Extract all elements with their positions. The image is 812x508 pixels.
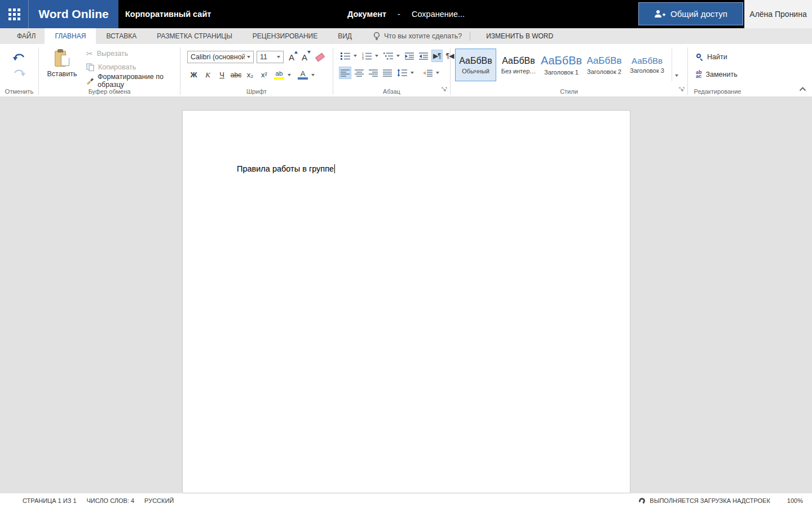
chevron-down-icon[interactable]	[288, 74, 291, 76]
bullets-button[interactable]	[339, 50, 359, 62]
font-size-combo[interactable]: 11	[257, 51, 284, 63]
line-spacing-icon	[397, 69, 407, 77]
bold-button[interactable]: Ж	[187, 69, 200, 81]
paste-button[interactable]: Вставить	[46, 49, 78, 84]
clear-formatting-button[interactable]	[315, 52, 325, 62]
justify-icon	[383, 69, 392, 77]
share-person-icon	[654, 10, 665, 19]
ribbon: Отменить Вставить ✂ Вырезать Копировать	[0, 44, 812, 97]
decrease-indent-button[interactable]	[403, 50, 416, 62]
font-name-combo[interactable]: Calibri (основной т	[187, 51, 254, 63]
font-group-label: Шрифт	[180, 88, 333, 95]
chevron-down-icon	[411, 72, 414, 74]
tab-file[interactable]: ФАЙЛ	[8, 28, 45, 44]
styles-group-label: Стили	[451, 88, 687, 95]
chevron-down-icon	[675, 75, 678, 77]
style-normal[interactable]: АаБбВв Обычный	[455, 49, 496, 81]
find-button[interactable]: Найти	[696, 51, 747, 63]
lightbulb-icon	[373, 32, 380, 41]
copy-icon	[86, 63, 94, 71]
italic-button[interactable]: К	[201, 69, 214, 81]
multilevel-list-icon	[383, 52, 393, 60]
align-center-icon	[355, 69, 364, 77]
format-painter-icon	[86, 77, 94, 85]
svg-text:3: 3	[362, 57, 364, 60]
page-count[interactable]: СТРАНИЦА 1 ИЗ 1	[23, 497, 77, 504]
align-left-button[interactable]	[339, 67, 351, 79]
line-spacing-button[interactable]	[395, 67, 416, 79]
chevron-down-icon[interactable]	[311, 74, 315, 76]
ltr-direction-button[interactable]: ▶¶	[431, 50, 443, 62]
title-separator: -	[398, 10, 400, 19]
tab-home[interactable]: ГЛАВНАЯ	[45, 28, 96, 44]
increase-indent-button[interactable]	[417, 50, 430, 62]
document-page[interactable]: Правила работы в группе	[182, 110, 630, 493]
align-center-button[interactable]	[353, 67, 365, 79]
paragraph-dialog-launcher[interactable]	[442, 85, 447, 95]
align-right-icon	[369, 69, 378, 77]
highlight-color-button[interactable]: ab	[274, 71, 284, 80]
replace-button[interactable]: ab ac Заменить	[696, 69, 747, 80]
tab-page-layout[interactable]: РАЗМЕТКА СТРАНИЦЫ	[147, 28, 242, 44]
style-name: Обычный	[462, 68, 489, 75]
numbering-button[interactable]: 1 2 3	[360, 50, 380, 62]
paragraph-spacing-button[interactable]	[421, 67, 441, 79]
format-painter-label: Форматирование по образцу	[98, 73, 180, 89]
tab-view[interactable]: ВИД	[328, 28, 362, 44]
style-heading-2[interactable]: АаБбВв Заголовок 2	[584, 49, 625, 81]
edit-in-word-button[interactable]: ИЗМЕНИТЬ В WORD	[478, 28, 561, 44]
chevron-down-icon	[436, 72, 439, 74]
styles-group: АаБбВв Обычный АаБбВв Без интер… АаБбВв …	[451, 44, 687, 97]
justify-button[interactable]	[381, 67, 394, 79]
tab-review[interactable]: РЕЦЕНЗИРОВАНИЕ	[242, 28, 328, 44]
clipboard-icon	[55, 49, 69, 67]
styles-dialog-launcher[interactable]	[679, 85, 685, 95]
subscript-button[interactable]: x₂	[244, 69, 257, 81]
grow-font-letter: А	[289, 52, 294, 62]
share-button[interactable]: Общий доступ	[638, 2, 743, 25]
language-status[interactable]: РУССКИЙ	[144, 497, 174, 504]
document-text-line[interactable]: Правила работы в группе	[237, 164, 335, 173]
style-heading-1[interactable]: АаБбВв Заголовок 1	[541, 49, 582, 81]
style-no-spacing[interactable]: АаБбВв Без интер…	[498, 49, 539, 81]
redo-button[interactable]	[12, 67, 27, 78]
chevron-down-icon	[354, 55, 357, 57]
find-label: Найти	[707, 53, 727, 61]
ribbon-tab-row: ФАЙЛ ГЛАВНАЯ ВСТАВКА РАЗМЕТКА СТРАНИЦЫ Р…	[0, 28, 812, 44]
collapse-ribbon-button[interactable]	[799, 84, 806, 94]
strikethrough-button[interactable]: abc	[230, 69, 242, 81]
app-title[interactable]: Word Online	[28, 0, 118, 28]
style-heading-3[interactable]: АаБбВв Заголовок 3	[626, 49, 668, 81]
format-painter-button[interactable]: Форматирование по образцу	[86, 76, 180, 86]
underline-button[interactable]: Ч	[215, 69, 228, 81]
undo-button[interactable]	[12, 51, 27, 62]
clipboard-group-label: Буфер обмена	[39, 88, 180, 95]
superscript-button[interactable]: x²	[258, 69, 271, 81]
align-right-button[interactable]	[367, 67, 379, 79]
word-count[interactable]: ЧИСЛО СЛОВ: 4	[87, 497, 135, 504]
app-launcher-button[interactable]	[0, 0, 28, 28]
font-group: Calibri (основной т 11 А А Ж К Ч abc x₂	[180, 44, 333, 97]
align-left-icon	[341, 69, 350, 77]
replace-label: Заменить	[706, 71, 738, 78]
text-cursor	[334, 164, 335, 173]
top-bar: Word Online Корпоративный сайт Документ …	[0, 0, 812, 28]
site-name[interactable]: Корпоративный сайт	[125, 0, 211, 28]
style-name: Заголовок 1	[544, 69, 579, 76]
tab-insert[interactable]: ВСТАВКА	[96, 28, 147, 44]
styles-gallery-more-button[interactable]	[672, 49, 681, 81]
user-menu[interactable]: Алёна Пронина	[744, 0, 812, 28]
cut-button[interactable]: ✂ Вырезать	[86, 49, 180, 59]
shrink-font-button[interactable]: А	[299, 52, 310, 62]
zoom-level[interactable]: 100%	[787, 497, 803, 504]
multilevel-list-button[interactable]	[382, 50, 401, 62]
copy-button[interactable]: Копировать	[86, 62, 180, 72]
tell-me-box[interactable]: Что вы хотите сделать?	[373, 28, 462, 44]
document-title[interactable]: Документ	[347, 10, 386, 19]
paragraph-group: 1 2 3	[333, 44, 450, 97]
grow-font-button[interactable]: А	[286, 52, 297, 62]
font-color-button[interactable]: А	[298, 71, 308, 80]
chevron-down-icon	[277, 56, 280, 58]
scissors-icon: ✂	[86, 49, 93, 58]
paragraph-group-label: Абзац	[333, 88, 450, 95]
